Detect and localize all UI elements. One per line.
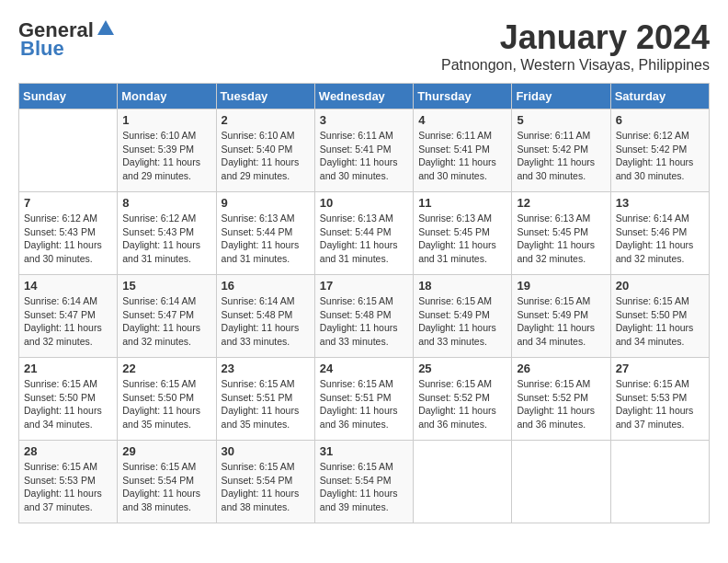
cell-info: Sunrise: 6:14 AMSunset: 5:46 PMDaylight:… bbox=[616, 212, 704, 266]
calendar-cell bbox=[414, 441, 512, 523]
week-row-1: 7Sunrise: 6:12 AMSunset: 5:43 PMDaylight… bbox=[19, 192, 710, 275]
cell-day-number: 22 bbox=[122, 362, 210, 375]
cell-info: Sunrise: 6:15 AMSunset: 5:54 PMDaylight:… bbox=[320, 460, 408, 514]
day-header-saturday: Saturday bbox=[610, 84, 709, 109]
day-header-monday: Monday bbox=[118, 84, 216, 109]
cell-info: Sunrise: 6:10 AMSunset: 5:40 PMDaylight:… bbox=[222, 129, 310, 183]
cell-info: Sunrise: 6:12 AMSunset: 5:42 PMDaylight:… bbox=[616, 129, 704, 183]
calendar-cell: 5Sunrise: 6:11 AMSunset: 5:42 PMDaylight… bbox=[512, 109, 610, 192]
week-row-3: 21Sunrise: 6:15 AMSunset: 5:50 PMDayligh… bbox=[19, 358, 710, 441]
cell-day-number: 13 bbox=[616, 196, 704, 210]
cell-day-number: 16 bbox=[222, 279, 310, 293]
calendar-cell: 25Sunrise: 6:15 AMSunset: 5:52 PMDayligh… bbox=[414, 358, 512, 441]
cell-info: Sunrise: 6:11 AMSunset: 5:41 PMDaylight:… bbox=[418, 129, 506, 183]
cell-info: Sunrise: 6:15 AMSunset: 5:49 PMDaylight:… bbox=[418, 294, 506, 349]
calendar-cell: 1Sunrise: 6:10 AMSunset: 5:39 PMDaylight… bbox=[118, 109, 216, 192]
cell-day-number: 5 bbox=[517, 113, 605, 127]
month-title: January 2024 bbox=[441, 18, 710, 57]
cell-info: Sunrise: 6:15 AMSunset: 5:50 PMDaylight:… bbox=[24, 377, 112, 431]
calendar-cell: 6Sunrise: 6:12 AMSunset: 5:42 PMDaylight… bbox=[610, 109, 709, 192]
cell-info: Sunrise: 6:13 AMSunset: 5:45 PMDaylight:… bbox=[418, 212, 506, 266]
day-header-sunday: Sunday bbox=[19, 84, 118, 109]
cell-info: Sunrise: 6:12 AMSunset: 5:43 PMDaylight:… bbox=[122, 212, 210, 266]
logo-icon bbox=[96, 18, 116, 39]
calendar-cell: 12Sunrise: 6:13 AMSunset: 5:45 PMDayligh… bbox=[512, 192, 610, 275]
cell-info: Sunrise: 6:15 AMSunset: 5:52 PMDaylight:… bbox=[517, 377, 605, 431]
cell-day-number: 8 bbox=[122, 196, 210, 210]
cell-info: Sunrise: 6:15 AMSunset: 5:50 PMDaylight:… bbox=[122, 377, 210, 431]
calendar-cell: 20Sunrise: 6:15 AMSunset: 5:50 PMDayligh… bbox=[610, 275, 709, 358]
cell-info: Sunrise: 6:15 AMSunset: 5:51 PMDaylight:… bbox=[320, 377, 408, 431]
calendar-cell: 11Sunrise: 6:13 AMSunset: 5:45 PMDayligh… bbox=[414, 192, 512, 275]
header: General Blue January 2024 Patnongon, Wes… bbox=[18, 18, 710, 74]
cell-info: Sunrise: 6:10 AMSunset: 5:39 PMDaylight:… bbox=[122, 129, 210, 183]
calendar-cell: 29Sunrise: 6:15 AMSunset: 5:54 PMDayligh… bbox=[118, 441, 216, 523]
cell-day-number: 20 bbox=[616, 279, 704, 293]
calendar-cell: 16Sunrise: 6:14 AMSunset: 5:48 PMDayligh… bbox=[216, 275, 314, 358]
cell-day-number: 23 bbox=[222, 362, 310, 375]
cell-info: Sunrise: 6:15 AMSunset: 5:54 PMDaylight:… bbox=[222, 460, 310, 514]
cell-info: Sunrise: 6:11 AMSunset: 5:42 PMDaylight:… bbox=[517, 129, 605, 183]
day-header-friday: Friday bbox=[512, 84, 610, 109]
calendar-body: 1Sunrise: 6:10 AMSunset: 5:39 PMDaylight… bbox=[19, 109, 710, 523]
calendar-cell: 18Sunrise: 6:15 AMSunset: 5:49 PMDayligh… bbox=[414, 275, 512, 358]
cell-day-number: 26 bbox=[517, 362, 605, 375]
calendar-cell: 30Sunrise: 6:15 AMSunset: 5:54 PMDayligh… bbox=[216, 441, 314, 523]
calendar-cell: 8Sunrise: 6:12 AMSunset: 5:43 PMDaylight… bbox=[118, 192, 216, 275]
calendar-cell: 2Sunrise: 6:10 AMSunset: 5:40 PMDaylight… bbox=[216, 109, 314, 192]
cell-info: Sunrise: 6:15 AMSunset: 5:48 PMDaylight:… bbox=[320, 294, 408, 349]
cell-day-number: 14 bbox=[24, 279, 112, 293]
calendar-cell: 17Sunrise: 6:15 AMSunset: 5:48 PMDayligh… bbox=[314, 275, 413, 358]
calendar-cell: 4Sunrise: 6:11 AMSunset: 5:41 PMDaylight… bbox=[414, 109, 512, 192]
cell-info: Sunrise: 6:13 AMSunset: 5:45 PMDaylight:… bbox=[517, 212, 605, 266]
cell-info: Sunrise: 6:15 AMSunset: 5:53 PMDaylight:… bbox=[616, 377, 704, 431]
calendar-cell: 28Sunrise: 6:15 AMSunset: 5:53 PMDayligh… bbox=[19, 441, 118, 523]
cell-day-number: 24 bbox=[320, 362, 408, 375]
calendar-table: SundayMondayTuesdayWednesdayThursdayFrid… bbox=[18, 83, 710, 523]
calendar-cell: 14Sunrise: 6:14 AMSunset: 5:47 PMDayligh… bbox=[19, 275, 118, 358]
cell-info: Sunrise: 6:15 AMSunset: 5:49 PMDaylight:… bbox=[517, 294, 605, 349]
cell-day-number: 2 bbox=[222, 113, 310, 127]
location-title: Patnongon, Western Visayas, Philippines bbox=[441, 57, 710, 74]
calendar-cell: 21Sunrise: 6:15 AMSunset: 5:50 PMDayligh… bbox=[19, 358, 118, 441]
cell-info: Sunrise: 6:14 AMSunset: 5:47 PMDaylight:… bbox=[122, 294, 210, 349]
week-row-0: 1Sunrise: 6:10 AMSunset: 5:39 PMDaylight… bbox=[19, 109, 710, 192]
calendar-cell: 7Sunrise: 6:12 AMSunset: 5:43 PMDaylight… bbox=[19, 192, 118, 275]
logo-blue: Blue bbox=[20, 37, 64, 61]
cell-day-number: 21 bbox=[24, 362, 112, 375]
calendar-cell: 31Sunrise: 6:15 AMSunset: 5:54 PMDayligh… bbox=[314, 441, 413, 523]
calendar-cell bbox=[512, 441, 610, 523]
cell-day-number: 30 bbox=[222, 444, 310, 458]
cell-day-number: 19 bbox=[517, 279, 605, 293]
cell-day-number: 17 bbox=[320, 279, 408, 293]
cell-day-number: 18 bbox=[418, 279, 506, 293]
cell-day-number: 7 bbox=[24, 196, 112, 210]
cell-day-number: 31 bbox=[320, 444, 408, 458]
calendar-cell: 3Sunrise: 6:11 AMSunset: 5:41 PMDaylight… bbox=[314, 109, 413, 192]
cell-info: Sunrise: 6:14 AMSunset: 5:48 PMDaylight:… bbox=[222, 294, 310, 349]
calendar-cell: 19Sunrise: 6:15 AMSunset: 5:49 PMDayligh… bbox=[512, 275, 610, 358]
calendar-cell: 15Sunrise: 6:14 AMSunset: 5:47 PMDayligh… bbox=[118, 275, 216, 358]
cell-day-number: 28 bbox=[24, 444, 112, 458]
title-area: January 2024 Patnongon, Western Visayas,… bbox=[441, 18, 710, 74]
day-header-tuesday: Tuesday bbox=[216, 84, 314, 109]
cell-day-number: 15 bbox=[122, 279, 210, 293]
cell-info: Sunrise: 6:15 AMSunset: 5:53 PMDaylight:… bbox=[24, 460, 112, 514]
calendar-cell: 10Sunrise: 6:13 AMSunset: 5:44 PMDayligh… bbox=[314, 192, 413, 275]
cell-info: Sunrise: 6:11 AMSunset: 5:41 PMDaylight:… bbox=[320, 129, 408, 183]
calendar-cell: 9Sunrise: 6:13 AMSunset: 5:44 PMDaylight… bbox=[216, 192, 314, 275]
calendar-cell bbox=[610, 441, 709, 523]
cell-info: Sunrise: 6:15 AMSunset: 5:54 PMDaylight:… bbox=[122, 460, 210, 514]
cell-day-number: 11 bbox=[418, 196, 506, 210]
cell-info: Sunrise: 6:15 AMSunset: 5:50 PMDaylight:… bbox=[616, 294, 704, 349]
cell-day-number: 9 bbox=[222, 196, 310, 210]
week-row-2: 14Sunrise: 6:14 AMSunset: 5:47 PMDayligh… bbox=[19, 275, 710, 358]
week-row-4: 28Sunrise: 6:15 AMSunset: 5:53 PMDayligh… bbox=[19, 441, 710, 523]
day-header-wednesday: Wednesday bbox=[314, 84, 413, 109]
cell-info: Sunrise: 6:14 AMSunset: 5:47 PMDaylight:… bbox=[24, 294, 112, 349]
cell-info: Sunrise: 6:15 AMSunset: 5:51 PMDaylight:… bbox=[222, 377, 310, 431]
logo: General Blue bbox=[18, 18, 116, 61]
cell-info: Sunrise: 6:13 AMSunset: 5:44 PMDaylight:… bbox=[320, 212, 408, 266]
day-header-thursday: Thursday bbox=[414, 84, 512, 109]
cell-day-number: 29 bbox=[122, 444, 210, 458]
